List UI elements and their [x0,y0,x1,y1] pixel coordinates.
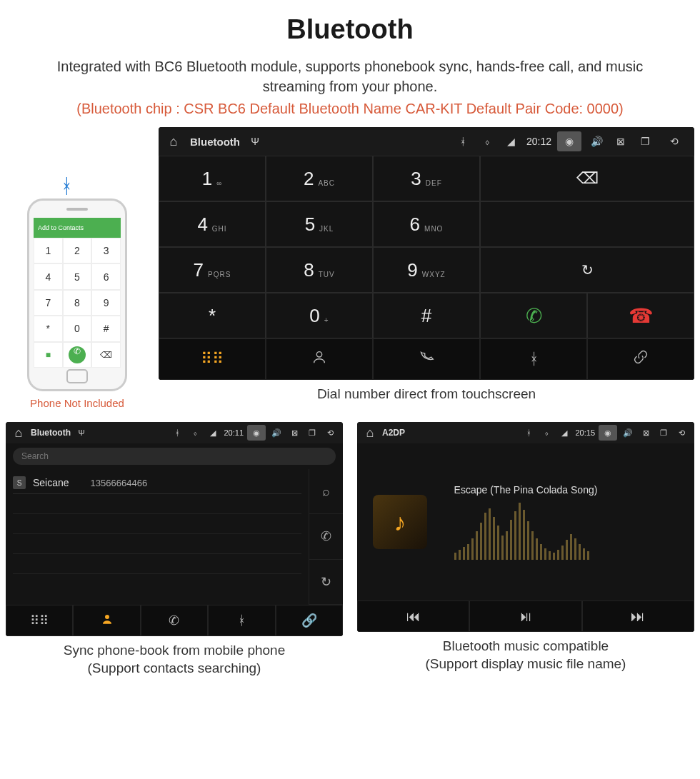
recents-icon[interactable]: ❐ [656,426,671,440]
tab-history[interactable] [373,338,480,380]
search-input[interactable] [13,448,336,465]
wifi-icon: ◢ [206,426,220,440]
next-icon: ⏭ [631,608,645,625]
phone-outline-icon [419,349,434,369]
bluetooth-specs: (Bluetooth chip : CSR BC6 Default Blueto… [6,101,694,117]
track-title: Escape (The Pina Colada Song) [454,484,598,496]
tab-contacts[interactable] [266,338,373,380]
key-7[interactable]: 7PQRS [159,247,266,293]
contact-row[interactable]: S Seicane 13566664466 [13,472,301,494]
tab-pair[interactable] [587,338,694,380]
music-caption-2: (Support display music file name) [357,655,694,673]
back-icon[interactable]: ⟲ [674,426,689,440]
backspace-key[interactable]: ⌫ [480,156,694,201]
phone-call-icon: ✆ [69,346,86,363]
key-1[interactable]: 1∞ [159,156,266,201]
page-title: Bluetooth [6,14,694,45]
tab-bluetooth[interactable]: ᚼ [208,605,275,636]
prev-icon: ⏮ [406,608,421,625]
music-screen: ⌂ A2DP ᚼ ⬨ ◢ 20:15 ◉ 🔊 ⊠ ❐ ⟲ Escape (The… [357,422,694,632]
phonebook-caption-1: Sync phone-book from mobile phone [6,642,343,660]
usb-icon: Ψ [246,132,264,151]
bluetooth-icon: ᚼ [521,426,536,440]
location-icon: ⬨ [478,132,496,151]
play-pause-icon: ⏯ [519,608,533,625]
key-5[interactable]: 5JKL [266,201,373,247]
recents-icon[interactable]: ❐ [636,132,654,151]
key-8[interactable]: 8TUV [266,247,373,293]
sync-icon: ↻ [321,574,331,590]
recents-icon[interactable]: ❐ [305,426,319,440]
dialer-caption: Dial number direct from touchscreen [159,386,694,403]
wifi-icon: ◢ [557,426,571,440]
hangup-button[interactable]: ☎ [587,293,694,338]
key-9[interactable]: 9WXYZ [373,247,480,293]
home-icon[interactable]: ⌂ [363,426,377,440]
close-icon[interactable]: ⊠ [287,426,301,440]
volume-icon[interactable]: 🔊 [621,426,635,440]
status-title: Bluetooth [190,136,240,148]
key-star[interactable]: * [159,293,266,338]
usb-icon: Ψ [74,426,89,440]
person-icon [311,349,327,369]
key-6[interactable]: 6MNO [373,201,480,247]
camera-icon[interactable]: ◉ [557,131,581,151]
tab-history[interactable]: ✆ [141,605,208,636]
svg-point-0 [316,352,321,357]
search-icon: ⌕ [322,484,330,499]
tab-pair[interactable]: 🔗 [276,605,343,636]
dialpad-icon: ⠿⠿ [201,350,224,368]
music-note-icon: ♪ [394,508,406,536]
home-icon[interactable]: ⌂ [11,426,26,440]
page-subtitle: Integrated with BC6 Bluetooth module, su… [6,56,694,96]
call-contact-button[interactable]: ✆ [309,514,343,559]
location-icon: ⬨ [188,426,202,440]
link-icon [633,349,649,369]
tab-dialpad[interactable]: ⠿⠿ [6,605,73,636]
call-button[interactable]: ✆ [480,293,587,338]
camera-icon[interactable]: ◉ [599,425,617,441]
phone-keypad: 123 456 789 *0# ■ ✆ ⌫ [34,238,121,368]
phonebook-caption-2: (Support contacts searching) [6,660,343,678]
contact-badge: S [13,476,26,489]
status-time: 20:12 [526,136,551,147]
phone-icon: ✆ [321,528,331,544]
key-0[interactable]: 0+ [266,293,373,338]
prev-track-button[interactable]: ⏮ [357,600,469,632]
status-title: A2DP [382,428,405,438]
key-2[interactable]: 2ABC [266,156,373,201]
location-icon: ⬨ [539,426,554,440]
home-icon[interactable]: ⌂ [164,132,183,151]
phone-not-included-label: Phone Not Included [6,397,149,409]
key-hash[interactable]: # [373,293,480,338]
bluetooth-icon: ᚼ [170,426,184,440]
phone-video-icon: ■ [34,342,63,368]
back-icon[interactable]: ⟲ [660,132,689,151]
svg-point-1 [105,615,109,619]
key-4[interactable]: 4GHI [159,201,266,247]
tab-dialpad[interactable]: ⠿⠿ [159,338,266,380]
link-icon: 🔗 [301,613,317,628]
close-icon[interactable]: ⊠ [639,426,653,440]
sync-button[interactable]: ↻ [309,560,343,605]
status-time: 20:15 [575,428,595,437]
music-visualizer [454,503,640,560]
status-time: 20:11 [224,428,244,437]
back-icon[interactable]: ⟲ [323,426,337,440]
search-button[interactable]: ⌕ [309,469,343,514]
key-3[interactable]: 3DEF [373,156,480,201]
volume-icon[interactable]: 🔊 [587,132,606,151]
redial-key[interactable]: ↻ [480,247,694,293]
play-pause-button[interactable]: ⏯ [469,600,581,632]
phone-mockup: ᚼ Add to Contacts 123 456 789 *0# ■ ✆ ⌫ [27,198,127,391]
volume-icon[interactable]: 🔊 [269,426,284,440]
tab-bluetooth[interactable]: ᚼ [480,338,587,380]
next-track-button[interactable]: ⏭ [582,600,694,632]
dialer-screen: ⌂ Bluetooth Ψ ᚼ ⬨ ◢ 20:12 ◉ 🔊 ⊠ ❐ ⟲ 1∞ 2 [159,127,694,380]
tab-contacts[interactable] [73,605,140,636]
phonebook-screen: ⌂ Bluetooth Ψ ᚼ ⬨ ◢ 20:11 ◉ 🔊 ⊠ ❐ ⟲ [6,422,343,636]
close-icon[interactable]: ⊠ [611,132,630,151]
bluetooth-icon: ᚼ [454,132,472,151]
music-caption-1: Bluetooth music compatible [357,638,694,655]
camera-icon[interactable]: ◉ [247,425,266,441]
